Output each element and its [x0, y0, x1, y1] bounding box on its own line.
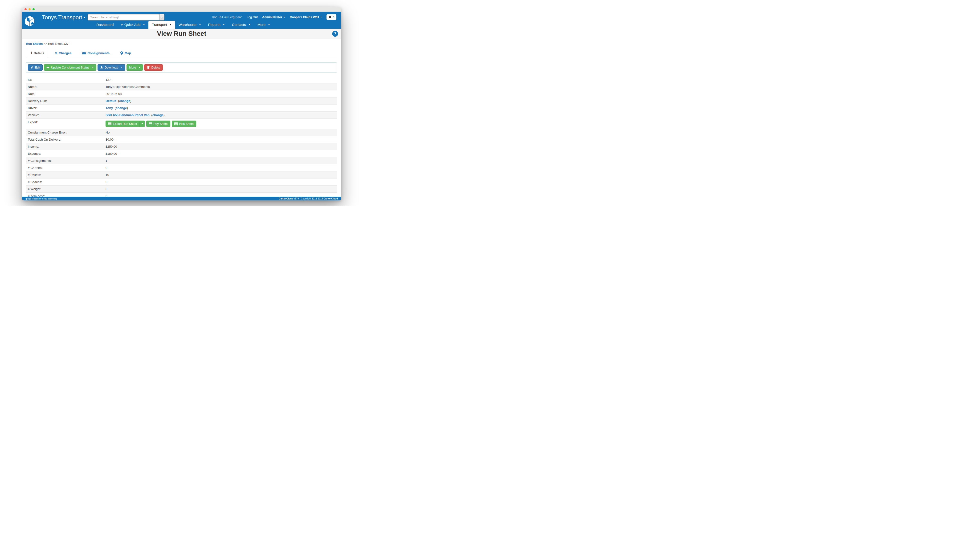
row-value: $250.00 [103, 143, 337, 150]
row-label: Driver: [26, 105, 103, 111]
row-label: # Spaces: [26, 178, 103, 185]
driver-link[interactable]: Tony [105, 106, 113, 110]
row-value: Tony (change) [103, 105, 337, 111]
row-label: # Weight: [26, 186, 103, 192]
chevron-down-icon [199, 24, 201, 25]
pick-sheet-button[interactable]: Pick Sheet [172, 121, 196, 127]
detail-row-income: Income:$250.00 [26, 143, 337, 150]
update-consignment-status-button[interactable]: Update Consignment Status [44, 64, 96, 71]
row-label: Date: [26, 91, 103, 97]
export-run-sheet-button-group: Export Run Sheet [105, 121, 145, 127]
tab-charges[interactable]: $ Charges [52, 49, 75, 57]
navbar-right: Rob Te-Hau Fergusson Log Out Administrat… [212, 14, 336, 20]
pay-sheet-button[interactable]: Pay Sheet [146, 121, 170, 127]
row-label: # Consignments: [26, 157, 103, 164]
row-value: SSH-655 Sandman Panel Van (change) [103, 112, 337, 118]
window-minimize-button[interactable] [29, 8, 30, 10]
income-value: $250.00 [105, 145, 117, 148]
pay-sheet-button-group: Pay Sheet [146, 121, 170, 127]
main-menu: Dashboard +Quick Add Transport Warehouse… [93, 21, 274, 29]
export-run-sheet-caret-button[interactable] [140, 121, 145, 127]
download-button[interactable]: Download [97, 64, 125, 71]
detail-row-consignment-charge-error: Consignment Charge Error:No [26, 129, 337, 136]
window-close-button[interactable] [24, 8, 27, 10]
num-spaces-value: 0 [105, 180, 107, 184]
edit-button[interactable]: Edit [28, 64, 43, 71]
search-input[interactable] [88, 14, 164, 21]
row-value: 0 [103, 164, 337, 171]
row-value: 1 [103, 157, 337, 164]
app-window: Tonys Transport Rob Te-Hau Fergusson Log… [22, 7, 341, 200]
chevron-down-icon [248, 24, 250, 25]
delivery-run-link[interactable]: Default [105, 99, 116, 103]
delivery-run-change-link[interactable]: change [119, 99, 130, 103]
nav-reports[interactable]: Reports [204, 21, 229, 29]
role-dropdown[interactable]: Administrator [262, 15, 285, 19]
info-icon: i [31, 51, 32, 55]
export-run-sheet-button[interactable]: Export Run Sheet [105, 121, 140, 127]
vehicle-change-link[interactable]: change [153, 113, 164, 117]
search-dropdown-button[interactable] [159, 14, 164, 20]
chevron-down-icon [121, 67, 123, 68]
bell-icon [329, 16, 331, 19]
dollar-icon: $ [56, 51, 57, 55]
row-value: 2019-06-04 [103, 91, 337, 97]
window-titlebar [22, 7, 341, 12]
table-icon [174, 122, 178, 125]
more-button[interactable]: More [127, 64, 143, 71]
help-icon[interactable]: ? [332, 31, 338, 37]
row-label: ID: [26, 76, 103, 83]
download-icon [100, 66, 103, 69]
tab-consignments[interactable]: Consignments [78, 49, 113, 57]
warehouse-dropdown[interactable]: Coopers Plains W/H [290, 15, 322, 19]
row-value: Export Run SheetPay SheetPick Sheet [103, 119, 337, 129]
row-value: $180.00 [103, 150, 337, 157]
nav-more[interactable]: More [254, 21, 274, 29]
pick-sheet-button-group: Pick Sheet [172, 121, 196, 127]
trash-icon [147, 66, 150, 69]
row-value: Default (change) [103, 97, 337, 104]
paren: ( [116, 99, 119, 103]
chevron-down-icon [320, 17, 322, 17]
detail-row-expense: Expense:$180.00 [26, 150, 337, 157]
expense-value: $180.00 [105, 152, 117, 156]
plus-icon: + [121, 24, 123, 26]
window-zoom-button[interactable] [32, 8, 35, 10]
nav-dashboard[interactable]: Dashboard [93, 21, 117, 29]
pencil-icon [30, 66, 33, 69]
detail-row-delivery-run: Delivery Run:Default (change) [26, 97, 337, 104]
num-consignments-value: 1 [105, 159, 107, 162]
footer-copyright: CartonCloud v179 - Copyright 2012-2019 C… [279, 197, 338, 200]
paren: ) [164, 113, 165, 117]
logout-link[interactable]: Log Out [247, 15, 258, 19]
cartoncloud-logo-icon[interactable] [23, 14, 36, 27]
row-value: No [103, 129, 337, 136]
detail-row-total-cash-on-delivery: Total Cash On Delivery:$0.00 [26, 136, 337, 143]
row-label: Expense: [26, 150, 103, 157]
tab-details[interactable]: i Details [27, 49, 48, 57]
actions-panel: Edit Update Consignment Status Download … [26, 62, 337, 73]
breadcrumb-run-sheets-link[interactable]: Run Sheets [26, 42, 43, 46]
notifications-button[interactable]: 0 [326, 14, 336, 20]
num-cartons-value: 0 [105, 166, 107, 170]
search-box [88, 14, 164, 21]
nav-contacts[interactable]: Contacts [228, 21, 254, 29]
nav-transport[interactable]: Transport [148, 21, 175, 29]
user-name: Rob Te-Hau Fergusson [212, 16, 242, 19]
vehicle-link[interactable]: SSH-655 Sandman Panel Van [105, 113, 150, 117]
driver-change-link[interactable]: change [116, 106, 127, 110]
envelope-icon [82, 52, 86, 54]
nav-quick-add[interactable]: +Quick Add [117, 21, 148, 29]
notification-count: 0 [333, 16, 334, 19]
brand-menu[interactable]: Tonys Transport [42, 14, 85, 21]
row-label: Consignment Charge Error: [26, 129, 103, 136]
delete-button[interactable]: Delete [144, 64, 163, 71]
chevron-down-icon [83, 17, 85, 18]
nav-warehouse[interactable]: Warehouse [175, 21, 204, 29]
row-label: Delivery Run: [26, 97, 103, 104]
date-value: 2019-06-04 [105, 92, 122, 95]
table-icon [149, 122, 152, 125]
tab-map[interactable]: Map [117, 49, 135, 57]
chevron-down-icon [170, 24, 172, 25]
row-label: Vehicle: [26, 112, 103, 118]
